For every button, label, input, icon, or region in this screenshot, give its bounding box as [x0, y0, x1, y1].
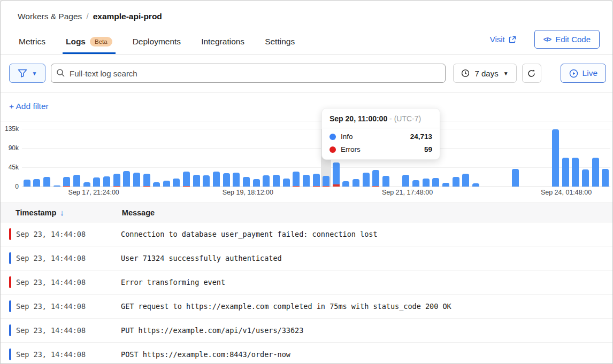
x-axis-tick-label: Sep 17, 21:24:00 — [68, 189, 119, 196]
log-row[interactable]: Sep 23, 14:44:08PUT https://example.com/… — [1, 319, 612, 343]
chart-bar[interactable] — [303, 175, 310, 187]
chart-bar[interactable] — [353, 179, 359, 187]
chart-bar[interactable] — [63, 177, 70, 187]
chart-bar[interactable] — [93, 177, 100, 187]
tab-logs[interactable]: Logs Beta — [66, 32, 112, 54]
chart-bar[interactable] — [193, 175, 200, 187]
time-range-dropdown[interactable]: 7 days ▼ — [453, 64, 516, 83]
chart-bar[interactable] — [283, 179, 290, 187]
chart-bar[interactable] — [453, 177, 459, 187]
log-message: Connection to database user_payment fail… — [121, 230, 378, 238]
log-table: Timestamp ↓ Message Sep 23, 14:44:08Conn… — [1, 203, 612, 364]
chart-bar[interactable] — [53, 185, 60, 187]
refresh-button[interactable] — [522, 64, 541, 83]
chart-bar[interactable] — [472, 183, 479, 187]
y-axis-tick-label: 90k — [1, 144, 19, 152]
tab-metrics[interactable]: Metrics — [19, 32, 45, 54]
log-timestamp: Sep 23, 14:44:08 — [16, 302, 106, 311]
chart-bar[interactable] — [103, 176, 110, 187]
x-axis-tick-label: Sep 21, 17:48:00 — [382, 189, 433, 196]
tab-settings[interactable]: Settings — [265, 32, 295, 54]
chart-bar[interactable] — [592, 158, 599, 187]
chart-bar[interactable] — [432, 178, 439, 187]
tab-bar: Metrics Logs Beta Deployments Integratio… — [1, 30, 612, 55]
chart-bar[interactable] — [323, 176, 330, 187]
chart-bar[interactable] — [143, 174, 150, 187]
log-row[interactable]: Sep 23, 14:44:08Connection to database u… — [1, 222, 612, 246]
chart-bar[interactable] — [203, 175, 210, 187]
chart-bar[interactable] — [293, 172, 300, 187]
breadcrumb-separator: / — [86, 12, 88, 21]
chart-bar[interactable] — [253, 179, 260, 187]
chart-bar-error-segment — [63, 186, 70, 187]
chart-bar[interactable] — [24, 180, 30, 187]
legend-dot-icon — [330, 146, 336, 153]
chart-bar[interactable] — [552, 129, 559, 187]
chart-bar[interactable] — [73, 175, 80, 187]
chart-gridline — [22, 167, 610, 168]
chart-bar[interactable] — [43, 177, 50, 187]
severity-indicator-error — [9, 276, 11, 288]
add-filter-button[interactable]: + Add filter — [9, 102, 49, 111]
chart-bar[interactable] — [423, 179, 430, 187]
log-toolbar: ▼ 7 days ▼ Live — [1, 55, 612, 92]
chart-bar[interactable] — [562, 158, 569, 187]
chart-bar[interactable] — [83, 182, 90, 187]
chart-bar[interactable] — [342, 181, 349, 187]
chart-bar[interactable] — [402, 175, 409, 187]
filter-menu-button[interactable]: ▼ — [9, 64, 45, 83]
chart-bar[interactable] — [442, 183, 449, 187]
chart-bar[interactable] — [133, 173, 140, 187]
chart-bar[interactable] — [213, 172, 220, 187]
external-link-icon — [509, 36, 516, 43]
chevron-down-icon: ▼ — [32, 71, 37, 76]
chart-bar[interactable] — [333, 162, 340, 187]
tab-integrations[interactable]: Integrations — [201, 32, 244, 54]
chart-bar[interactable] — [33, 179, 40, 187]
chart-bar[interactable] — [582, 169, 589, 187]
breadcrumb: Workers & Pages / example-api-prod — [1, 1, 612, 21]
chart-bar[interactable] — [512, 169, 519, 187]
chart-bar[interactable] — [163, 181, 170, 187]
tab-deployments[interactable]: Deployments — [133, 32, 181, 54]
chart-plot[interactable] — [22, 129, 610, 187]
chart-bar[interactable] — [243, 177, 250, 187]
breadcrumb-root[interactable]: Workers & Pages — [18, 12, 82, 21]
visit-link[interactable]: Visit — [490, 35, 516, 44]
chart-bar[interactable] — [223, 173, 230, 187]
live-button[interactable]: Live — [561, 64, 606, 83]
log-row[interactable]: Sep 23, 14:44:08POST https://example.com… — [1, 343, 612, 364]
chart-bar[interactable] — [183, 172, 190, 187]
chart-bar-error-segment — [143, 186, 150, 187]
chart-bar[interactable] — [572, 158, 579, 187]
search-input[interactable] — [51, 64, 446, 83]
filter-row: + Add filter — [1, 92, 612, 121]
chart-bar[interactable] — [412, 180, 419, 187]
chart-bar[interactable] — [263, 175, 270, 187]
chart-bar[interactable] — [173, 179, 180, 187]
chart-bar[interactable] — [372, 170, 379, 187]
logs-page: Workers & Pages / example-api-prod Metri… — [0, 0, 613, 364]
chart-bar[interactable] — [462, 174, 469, 187]
column-header-timestamp[interactable]: Timestamp ↓ — [16, 208, 64, 217]
chart-bar[interactable] — [153, 182, 160, 187]
log-timestamp: Sep 23, 14:44:08 — [16, 326, 106, 335]
sort-desc-icon[interactable]: ↓ — [60, 208, 64, 217]
chart-bar[interactable] — [273, 175, 280, 187]
chart-bar[interactable] — [313, 174, 320, 187]
edit-code-button[interactable]: </> Edit Code — [534, 30, 600, 49]
tooltip-series-row: Info24,713 — [330, 133, 432, 141]
x-axis-tick-label: Sep 24, 01:48:00 — [541, 189, 592, 196]
code-icon: </> — [543, 36, 551, 43]
log-row[interactable]: Sep 23, 14:44:08User 71324 successfully … — [1, 246, 612, 270]
chart-bar[interactable] — [113, 174, 120, 187]
tooltip-series-name: Errors — [341, 145, 361, 153]
chart-bar[interactable] — [382, 176, 389, 187]
chart-bar[interactable] — [233, 173, 240, 187]
chart-bar[interactable] — [363, 173, 370, 187]
log-row[interactable]: Sep 23, 14:44:08GET request to https://e… — [1, 295, 612, 319]
chart-bar[interactable] — [123, 171, 130, 187]
severity-indicator-info — [9, 324, 11, 336]
log-row[interactable]: Sep 23, 14:44:08Error transforming event — [1, 270, 612, 295]
chart-bar[interactable] — [602, 169, 609, 187]
